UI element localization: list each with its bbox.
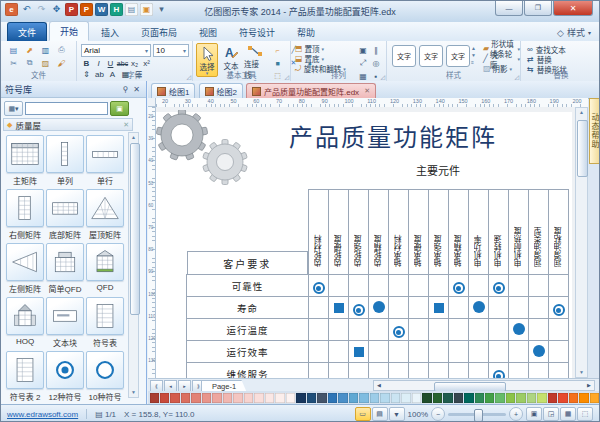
color-swatch[interactable] bbox=[433, 393, 442, 403]
library-section-header[interactable]: ◆ 质量屋 ✕ bbox=[3, 118, 133, 131]
replace[interactable]: ⇄替换 bbox=[527, 55, 567, 63]
matrix-column-齿轮硬度[interactable]: 齿轮硬度 bbox=[329, 190, 349, 275]
matrix-cell[interactable] bbox=[449, 341, 469, 363]
symbol-底部矩阵[interactable]: 底部矩阵 bbox=[45, 186, 85, 240]
find-text[interactable]: ∞查找文本 bbox=[527, 45, 567, 53]
matrix-cell[interactable] bbox=[349, 319, 369, 341]
matrix-cell[interactable] bbox=[429, 363, 449, 379]
matrix-rows-header[interactable]: 客户要求 bbox=[187, 251, 309, 274]
normal-view-icon[interactable]: ▭ bbox=[355, 407, 371, 421]
doc-tab-绘图1[interactable]: 绘图1 bbox=[151, 83, 195, 98]
style-spinner-0[interactable]: ▲ bbox=[471, 45, 476, 51]
color-swatch[interactable] bbox=[296, 393, 305, 403]
matrix-cell[interactable] bbox=[529, 319, 549, 341]
matrix-cell[interactable] bbox=[509, 297, 529, 319]
matrix-cell[interactable] bbox=[429, 297, 449, 319]
matrix-cell[interactable] bbox=[469, 275, 489, 297]
symbol-左侧矩阵[interactable]: 左侧矩阵 bbox=[5, 240, 45, 294]
color-swatch[interactable] bbox=[485, 393, 494, 403]
matrix-cell[interactable] bbox=[349, 275, 369, 297]
color-swatch[interactable] bbox=[254, 393, 263, 403]
symbol-10种符号[interactable]: 10种符号 bbox=[85, 348, 125, 402]
paste-icon[interactable]: ▨ bbox=[39, 57, 52, 69]
matrix-cell[interactable] bbox=[449, 319, 469, 341]
filled-circle-symbol[interactable] bbox=[533, 345, 545, 357]
pin-icon[interactable]: ⚲ bbox=[120, 85, 131, 94]
matrix-cell[interactable] bbox=[329, 319, 349, 341]
matrix-cell[interactable] bbox=[549, 297, 569, 319]
matrix-cell[interactable] bbox=[329, 275, 349, 297]
copy-icon[interactable]: ⧉ bbox=[23, 57, 36, 69]
matrix-cell[interactable] bbox=[349, 297, 369, 319]
scroll-down-icon[interactable]: ▼ bbox=[129, 388, 138, 397]
close-icon[interactable]: ✕ bbox=[131, 85, 142, 94]
color-swatch[interactable] bbox=[391, 393, 400, 403]
symbol-主矩阵[interactable]: 主矩阵 bbox=[5, 132, 45, 186]
matrix-cell[interactable] bbox=[449, 297, 469, 319]
matrix-cell[interactable] bbox=[469, 319, 489, 341]
matrix-cell[interactable] bbox=[489, 275, 509, 297]
polyline-icon[interactable]: ⌐ bbox=[271, 44, 284, 56]
page[interactable]: 产品质量功能矩阵 主要元件 客户要求齿轮材料齿轮硬度齿轮强度齿轮精度轴承材料轴承… bbox=[156, 112, 572, 378]
matrix-column-轴承材料[interactable]: 轴承材料 bbox=[389, 190, 409, 275]
double-circle-symbol[interactable] bbox=[493, 370, 505, 378]
color-swatch[interactable] bbox=[454, 393, 463, 403]
double-circle-symbol[interactable] bbox=[553, 304, 565, 316]
matrix-column-电机功率[interactable]: 电机功率 bbox=[469, 190, 489, 275]
color-swatch[interactable] bbox=[443, 393, 452, 403]
style-spinner[interactable]: ▲▼≡ bbox=[471, 45, 476, 65]
doc-tab-绘图2[interactable]: 绘图2 bbox=[199, 83, 243, 98]
matrix-cell[interactable] bbox=[429, 341, 449, 363]
vertical-scrollbar[interactable]: ▲ ▼ bbox=[575, 107, 588, 378]
fit-window-icon[interactable]: ▣ bbox=[526, 407, 542, 421]
matrix-column-电机耐热度[interactable]: 电机耐热度 bbox=[509, 190, 529, 275]
ribbon-tab-帮助[interactable]: 帮助 bbox=[287, 23, 325, 41]
zoom-slider[interactable] bbox=[448, 413, 506, 416]
sidebar-scrollbar[interactable]: ▲ ▼ bbox=[128, 132, 139, 398]
color-swatch[interactable] bbox=[338, 393, 347, 403]
double-circle-symbol[interactable] bbox=[313, 282, 325, 294]
color-swatch[interactable] bbox=[370, 393, 379, 403]
color-swatch[interactable] bbox=[412, 393, 421, 403]
matrix-row-维修服务[interactable]: 维修服务 bbox=[187, 363, 309, 379]
drawing-canvas[interactable]: 产品质量功能矩阵 主要元件 客户要求齿轮材料齿轮硬度齿轮强度齿轮精度轴承材料轴承… bbox=[156, 107, 575, 378]
matrix-cell[interactable] bbox=[509, 363, 529, 379]
doc-tab-产品质量功能配置矩阵.edx[interactable]: 产品质量功能配置矩阵.edx✕ bbox=[246, 83, 376, 98]
color-swatch[interactable] bbox=[464, 393, 473, 403]
scroll-up-icon[interactable]: ▲ bbox=[129, 133, 138, 142]
print-icon[interactable]: ⎙ bbox=[55, 44, 68, 56]
cut-icon[interactable]: ✂ bbox=[7, 57, 20, 69]
symbol-文本块[interactable]: 文本块 bbox=[45, 294, 85, 348]
ribbon-tab-视图[interactable]: 视图 bbox=[189, 23, 227, 41]
matrix-cell[interactable] bbox=[349, 363, 369, 379]
color-swatch[interactable] bbox=[590, 393, 599, 403]
matrix-row-寿命[interactable]: 寿命 bbox=[187, 297, 309, 319]
symbol-单行[interactable]: 单行 bbox=[85, 132, 125, 186]
color-swatch[interactable] bbox=[495, 393, 504, 403]
color-swatch[interactable] bbox=[160, 393, 169, 403]
page-view-icon[interactable]: ▤ bbox=[372, 407, 388, 421]
matrix-cell[interactable] bbox=[489, 341, 509, 363]
color-swatch[interactable] bbox=[506, 393, 515, 403]
scroll-left-icon[interactable]: ◀ bbox=[374, 381, 384, 390]
matrix-column-润滑油粘度[interactable]: 润滑油粘度 bbox=[549, 190, 569, 275]
color-swatch[interactable] bbox=[475, 393, 484, 403]
close-button[interactable]: ✕ bbox=[553, 1, 593, 16]
color-swatch[interactable] bbox=[223, 393, 232, 403]
matrix-column-轴承硬度[interactable]: 轴承硬度 bbox=[409, 190, 429, 275]
matrix-cell[interactable] bbox=[489, 319, 509, 341]
matrix-cell[interactable] bbox=[329, 341, 349, 363]
ribbon-tab-开始[interactable]: 开始 bbox=[49, 21, 89, 41]
matrix-cell[interactable] bbox=[389, 341, 409, 363]
matrix-cell[interactable] bbox=[549, 275, 569, 297]
scroll-down-icon[interactable]: ▼ bbox=[577, 368, 586, 377]
color-swatch[interactable] bbox=[380, 393, 389, 403]
symbol-QFD[interactable]: QFD bbox=[85, 240, 125, 294]
matrix-cell[interactable] bbox=[489, 297, 509, 319]
style-preview-2[interactable]: 文字 bbox=[419, 45, 443, 67]
dialog-launcher-icon[interactable]: ◿ bbox=[284, 73, 289, 80]
matrix-cell[interactable] bbox=[389, 297, 409, 319]
format-painter-icon[interactable]: 🖌 bbox=[55, 57, 68, 69]
matrix-row-可靠性[interactable]: 可靠性 bbox=[187, 275, 309, 297]
matrix-cell[interactable] bbox=[329, 363, 349, 379]
